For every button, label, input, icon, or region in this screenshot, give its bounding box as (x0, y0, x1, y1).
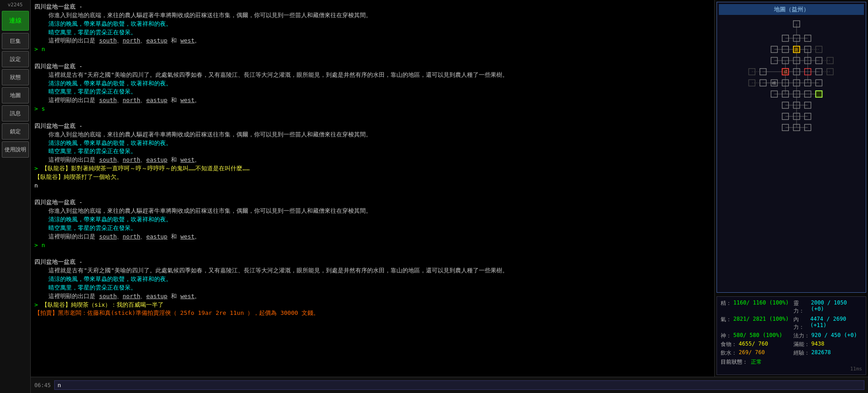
stat-nei: 內力： 4474 / 2690 (+11) (793, 316, 863, 331)
terminal-line: 四川盆地一盆底 - (34, 198, 711, 207)
terminal-line: 四川盆地一盆底 - (34, 3, 711, 11)
status-val: 正常 (751, 359, 762, 365)
right-panel: 地圖（益州） (714, 0, 868, 377)
terminal-line: 這裡明顯的出口是 south、north、eastup 和 west。 (34, 233, 711, 241)
terminal-line: > s (34, 105, 711, 113)
water-label: 飲水： (721, 349, 737, 357)
fa-val: 920 / 450 (+0) (811, 332, 857, 340)
terminal-line: 清涼的晚風，帶來草蟲的歌聲，吹著祥和的夜。 (34, 139, 711, 148)
svg-rect-0 (730, 17, 854, 152)
stats-row-2: 氣： 2821/ 2821 (100%) 內力： 4474 / 2690 (+1… (721, 316, 862, 331)
lock-label: 鎖定 (10, 128, 21, 136)
info-label: 訊息 (10, 110, 21, 117)
stats-row-4: 食物： 4655/ 760 滿能： 9438 (721, 341, 862, 348)
man-val: 9438 (811, 341, 825, 348)
shen-val: 580/ 580 (100%) (733, 332, 782, 340)
svg-rect-63 (816, 91, 822, 97)
exp-val: 282678 (811, 349, 831, 357)
terminal-line: 這裡明顯的出口是 south、north、eastup 和 west。 (34, 96, 711, 105)
terminal-line: 這裡明顯的出口是 south、north、eastup 和 west。 (34, 292, 711, 301)
top-area: 四川盆地一盆底 - 你進入到盆地的底端，來往的農人驅趕著牛車將剛收成的莊稼送往市… (31, 0, 868, 377)
stat-ling: 靈力： 2000 / 1050 (+0) (793, 299, 863, 315)
food-label: 食物： (721, 341, 737, 348)
map-canvas: 唐 (719, 17, 864, 152)
ling-label: 靈力： (793, 299, 809, 315)
terminal[interactable]: 四川盆地一盆底 - 你進入到盆地的底端，來往的農人驅趕著牛車將剛收成的莊稼送往市… (31, 0, 714, 377)
fa-label: 法力： (793, 332, 810, 340)
settings-label: 設定 (10, 56, 21, 63)
stats-row-1: 精： 1160/ 1160 (100%) 靈力： 2000 / 1050 (+0… (721, 299, 862, 315)
terminal-line: > 【臥龍谷】影對著純喫茶一直哼呵～哼～哼哼哼～的鬼叫……不知道是在叫什麼…… (34, 164, 711, 173)
sidebar-btn-settings[interactable]: 設定 (2, 51, 29, 67)
stat-shen: 神： 580/ 580 (100%) (721, 332, 790, 340)
exp-label: 經驗： (793, 349, 810, 357)
nei-val: 4474 / 2690 (+11) (810, 316, 862, 331)
terminal-line: 晴空萬里，零星的雲朵正在發呆。 (34, 88, 711, 96)
status-label: 狀態 (10, 74, 21, 81)
jing-label: 精： (721, 299, 731, 315)
terminal-line: 這裡明顯的出口是 south、north、eastup 和 west。 (34, 37, 711, 45)
terminal-line: 這裡就是古有"天府之國"美喻的四川了。此處氣候四季如春，又有嘉陵江、長江等大河之… (34, 71, 711, 80)
svg-text:成: 成 (783, 70, 788, 74)
water-val: 269/ 760 (739, 349, 765, 357)
stat-qi: 氣： 2821/ 2821 (100%) (721, 316, 790, 331)
stat-food: 食物： 4655/ 760 (721, 341, 790, 348)
timing-line: 11ms (721, 366, 862, 372)
connect-label: 連線 (9, 17, 22, 25)
help-label: 使用說明 (5, 146, 26, 154)
terminal-line: > n (34, 45, 711, 54)
sidebar-btn-info[interactable]: 訊息 (2, 105, 29, 122)
terminal-line: 四川盆地一盆底 - (34, 62, 711, 71)
jing-val: 1160/ 1160 (100%) (733, 299, 789, 315)
terminal-line: 清涼的晚風，帶來草蟲的歌聲，吹著祥和的夜。 (34, 275, 711, 284)
terminal-line: 晴空萬里，零星的雲朵正在發呆。 (34, 28, 711, 37)
map-label: 地圖 (10, 92, 21, 99)
terminal-line: 清涼的晚風，帶來草蟲的歌聲，吹著祥和的夜。 (34, 80, 711, 88)
terminal-line: > n (34, 241, 711, 250)
stats-row-3: 神： 580/ 580 (100%) 法力： 920 / 450 (+0) (721, 332, 862, 340)
qi-label: 氣： (721, 316, 731, 331)
status-label: 目前狀態： (721, 359, 748, 365)
terminal-line: 四川盆地一盆底 - (34, 122, 711, 131)
terminal-line: 你進入到盆地的底端，來往的農人驅趕著牛車將剛收成的莊稼送往市集，偶爾，你可以見到… (34, 131, 711, 139)
sidebar-btn-map[interactable]: 地圖 (2, 87, 29, 103)
terminal-line: 【拍賣】黑市老闆：佐藤和真(stick)準備拍賣淫俠（ 25fo 19ar 2r… (34, 309, 711, 318)
terminal-line: 晴空萬里，零星的雲朵正在發呆。 (34, 224, 711, 233)
shen-label: 神： (721, 332, 731, 340)
sidebar-btn-status[interactable]: 狀態 (2, 69, 29, 85)
terminal-line: 你進入到盆地的底端，來往的農人驅趕著牛車將剛收成的莊稼送往市集，偶爾，你可以見到… (34, 11, 711, 20)
terminal-line: 清涼的晚風，帶來草蟲的歌聲，吹著祥和的夜。 (34, 20, 711, 28)
map-container: 地圖（益州） (717, 2, 866, 293)
stats-container: 精： 1160/ 1160 (100%) 靈力： 2000 / 1050 (+0… (717, 296, 866, 375)
terminal-line: n (34, 182, 711, 190)
sidebar: v2245 連線 巨集 設定 狀態 地圖 訊息 鎖定 使用說明 (0, 0, 31, 393)
terminal-line: 你進入到盆地的底端，來往的農人驅趕著牛車將剛收成的莊稼送往市集，偶爾，你可以見到… (34, 207, 711, 215)
collect-label: 巨集 (10, 37, 21, 45)
version-label: v2245 (0, 0, 30, 9)
sidebar-btn-collect[interactable]: 巨集 (2, 33, 29, 49)
terminal-line: > 【臥龍谷】純喫茶（six）：我的百威喝一半了 (34, 301, 711, 309)
stat-water: 飲水： 269/ 760 (721, 349, 790, 357)
ling-val: 2000 / 1050 (+0) (811, 299, 862, 315)
stat-exp: 經驗： 282678 (793, 349, 863, 357)
nei-label: 內力： (793, 316, 809, 331)
sidebar-btn-connect[interactable]: 連線 (2, 11, 29, 31)
terminal-line: 晴空萬里，零星的雲朵正在發呆。 (34, 284, 711, 292)
terminal-line: 晴空萬里，零星的雲朵正在發呆。 (34, 147, 711, 156)
status-line: 目前狀態： 正常 (721, 358, 862, 366)
stats-row-5: 飲水： 269/ 760 經驗： 282678 (721, 349, 862, 357)
stat-man: 滿能： 9438 (793, 341, 863, 348)
sidebar-btn-help[interactable]: 使用說明 (2, 141, 29, 158)
terminal-line: 清涼的晚風，帶來草蟲的歌聲，吹著祥和的夜。 (34, 215, 711, 224)
map-title: 地圖（益州） (719, 4, 864, 15)
command-input[interactable] (54, 380, 864, 390)
svg-text:唐: 唐 (794, 47, 798, 52)
terminal-line: 四川盆地一盆底 - (34, 258, 711, 267)
time-display: 06:45 (34, 382, 51, 388)
terminal-line: 這裡就是古有"天府之國"美喻的四川了。此處氣候四季如春，又有嘉陵江、長江等大河之… (34, 267, 711, 275)
sidebar-btn-lock[interactable]: 鎖定 (2, 123, 29, 140)
man-label: 滿能： (793, 341, 810, 348)
svg-text:峨: 峨 (772, 81, 776, 85)
stat-jing: 精： 1160/ 1160 (100%) (721, 299, 790, 315)
terminal-line: 這裡明顯的出口是 south、north、eastup 和 west。 (34, 156, 711, 164)
